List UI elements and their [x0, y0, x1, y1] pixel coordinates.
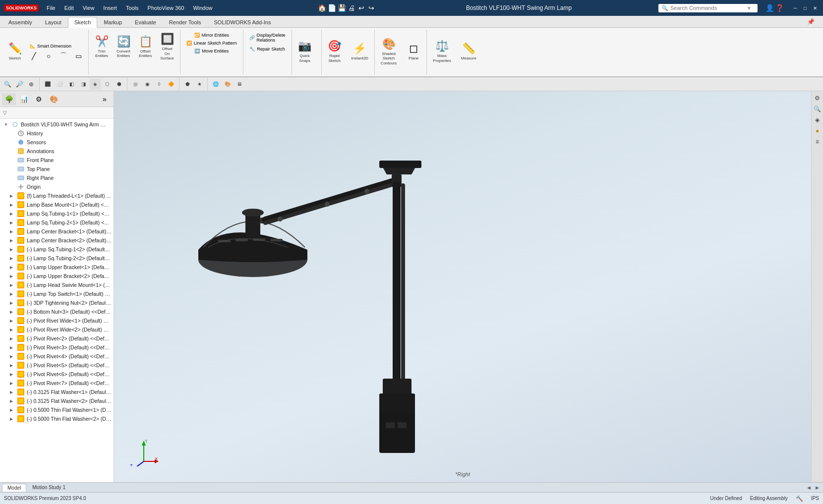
view-right-button[interactable]: ◈	[90, 79, 101, 90]
tree-item[interactable]: ▶(-) 0.5000 Thin Flat Washer<1> (Default	[0, 405, 114, 414]
tree-item[interactable]: ▶(-) Pivot Rivet<7> (Default) <<Default>	[0, 379, 114, 388]
quick-snaps-button[interactable]: 📷 QuickSnaps	[295, 39, 315, 65]
view-section-button[interactable]: ⬟	[182, 79, 193, 90]
tab-motion-study[interactable]: Motion Study 1	[27, 484, 70, 491]
right-display-icon[interactable]: ◈	[813, 115, 823, 125]
menu-view[interactable]: View	[79, 4, 99, 12]
measure-button[interactable]: 📏 Measure	[458, 41, 479, 63]
view-orient-button[interactable]: 🔍	[2, 79, 13, 90]
shaded-sketch-button[interactable]: 🎨 ShadedSketchContours	[378, 37, 400, 68]
plane-button[interactable]: ◻ Plane	[404, 41, 423, 63]
scroll-right[interactable]: ▶	[816, 485, 819, 490]
view-shaded-edges-button[interactable]: 🔶	[166, 79, 176, 90]
view-front-button[interactable]: ⬜	[54, 79, 65, 90]
view-hidden-button[interactable]: ◉	[142, 79, 153, 90]
tree-item[interactable]: ▶(-) Lamp Sq.Tubing-1<2> (Default) <<D	[0, 245, 114, 254]
tree-item[interactable]: Annotations	[0, 147, 114, 156]
view-left-button[interactable]: ◨	[78, 79, 89, 90]
line-button[interactable]: ╱	[27, 51, 41, 61]
tree-item[interactable]: ▶(-) Pivot Rivet Wide<1> (Default) <<Del	[0, 316, 114, 325]
quick-access-undo[interactable]: ↩	[357, 4, 365, 12]
scroll-left[interactable]: ◀	[807, 485, 811, 490]
tree-item[interactable]: ▶Lamp Base Mount<1> (Default) <<Defa	[0, 200, 114, 209]
tree-item[interactable]: ▶(f) Lamp Threaded-L<1> (Default) <<Di	[0, 191, 114, 200]
tree-item[interactable]: Sensors	[0, 138, 114, 147]
convert-entities-button[interactable]: 🔄 ConvertEntities	[114, 32, 133, 63]
view-zoom-button[interactable]: 🔎	[14, 79, 25, 90]
arc-button[interactable]: ⌒	[57, 51, 70, 61]
menu-insert[interactable]: Insert	[99, 4, 121, 12]
move-entities-button[interactable]: ➡️ Move Entities	[191, 48, 232, 55]
right-color-icon[interactable]: ●	[813, 126, 823, 136]
tree-item[interactable]: ▶Lamp Sq.Tubing-2<1> (Default) <<Defa	[0, 218, 114, 227]
help-icon[interactable]: ❓	[775, 4, 783, 12]
linear-pattern-button[interactable]: 🔀 Linear Sketch Pattern	[183, 40, 240, 47]
tree-item[interactable]: ▶(-) Lamp Upper Bracket<2> (Default) <	[0, 272, 114, 280]
search-dropdown-icon[interactable]: ▼	[747, 5, 752, 11]
right-layers-icon[interactable]: ≡	[813, 137, 823, 147]
tree-item[interactable]: ▶(-) 3DP Tightening Nut<2> (Default) <<	[0, 298, 114, 307]
config-tab[interactable]: ⚙	[32, 93, 46, 105]
quick-access-redo[interactable]: ↪	[367, 4, 375, 12]
view-display-button[interactable]: 🖥	[234, 79, 245, 90]
view-back-button[interactable]: ◧	[66, 79, 77, 90]
search-input[interactable]	[670, 5, 745, 11]
view-realview-button[interactable]: 🌐	[210, 79, 221, 90]
quick-access-open[interactable]: 🏠	[318, 4, 326, 12]
properties-tab[interactable]: 📊	[17, 93, 31, 105]
display-delete-relations-button[interactable]: 🔗 Display/DeleteRelations	[246, 32, 289, 44]
offset-entities-button[interactable]: 📋 OffsetEntities	[135, 32, 155, 63]
offset-surface-button[interactable]: 🔲 OffsetOnSurface	[157, 32, 177, 63]
tree-item[interactable]: Right Plane	[0, 173, 114, 182]
tree-item[interactable]: ▶(-) Pivot Rivet<2> (Default) <<Default>	[0, 334, 114, 343]
quick-access-save[interactable]: 💾	[338, 4, 346, 12]
search-box[interactable]: 🔍 ▼	[658, 4, 758, 12]
view-wireframe-button[interactable]: ◎	[130, 79, 141, 90]
repair-sketch-button[interactable]: 🔧 Repair Sketch	[246, 46, 288, 53]
tree-item[interactable]: ▶(-) Lamp Sq.Tubing-2<2> (Default) <<D	[0, 254, 114, 263]
minimize-button[interactable]: ─	[791, 4, 799, 12]
maximize-button[interactable]: □	[801, 4, 809, 12]
tree-item[interactable]: ▶(-) Pivot Rivet<6> (Default) <<Default>	[0, 370, 114, 379]
menu-tools[interactable]: Tools	[122, 4, 143, 12]
quick-access-print[interactable]: 🖨	[348, 4, 355, 12]
tree-item[interactable]: ▶(-) Bottom Nut<3> (Default) <<Default	[0, 307, 114, 316]
menu-window[interactable]: Window	[189, 4, 216, 12]
mass-properties-button[interactable]: ⚖️ MassProperties	[430, 39, 454, 65]
trim-entities-button[interactable]: ✂️ TrimEntities	[92, 32, 112, 63]
view-fit-button[interactable]: ⊕	[26, 79, 37, 90]
appearances-tab[interactable]: 🎨	[47, 93, 60, 105]
tab-assembly[interactable]: Assembly	[2, 17, 39, 27]
tree-item[interactable]: ▶(-) Lamp Upper Bracket<1> (Default) <	[0, 263, 114, 272]
expand-panel-button[interactable]: »	[98, 93, 112, 105]
tab-markup[interactable]: Markup	[97, 17, 128, 27]
tab-evaluate[interactable]: Evaluate	[128, 17, 163, 27]
circle-button[interactable]: ○	[42, 51, 56, 61]
instant2d-button[interactable]: ⚡ Instant2D	[349, 41, 371, 63]
view-appearances-button[interactable]: 🎨	[222, 79, 233, 90]
tree-item[interactable]: ▶(-) 0.5000 Thin Flat Washer<2> (Default	[0, 414, 114, 423]
tab-render-tools[interactable]: Render Tools	[163, 17, 208, 27]
menu-photoview[interactable]: PhotoView 360	[144, 4, 188, 12]
view-bottom-button[interactable]: ⬢	[114, 79, 124, 90]
tree-item[interactable]: ▶(-) 0.3125 Flat Washer<1> (Default) <<D	[0, 388, 114, 396]
pin-ribbon-button[interactable]: 📌	[801, 16, 821, 27]
tree-item[interactable]: ▶(-) Lamp Top Switch<1> (Default) <<D	[0, 289, 114, 298]
tab-sketch[interactable]: Sketch	[68, 17, 98, 28]
rapid-sketch-button[interactable]: 🎯 RapidSketch	[325, 39, 345, 65]
tree-item[interactable]: ▶Lamp Center Bracket<2> (Default) <<D	[0, 236, 114, 245]
mirror-entities-button[interactable]: 🔁 Mirror Entities	[191, 32, 233, 39]
user-icon[interactable]: 👤	[765, 4, 773, 12]
tree-item[interactable]: ▶(-) 0.3125 Flat Washer<2> (Default) <<D	[0, 396, 114, 405]
right-search-icon[interactable]: 🔍	[813, 104, 823, 114]
tree-item[interactable]: ▶Lamp Center Bracket<1> (Default) <<D	[0, 227, 114, 236]
sketch-button[interactable]: ✏️ Sketch	[5, 41, 25, 63]
tree-item[interactable]: ▶(-) Pivot Rivet<4> (Default) <<Default>	[0, 352, 114, 361]
tree-item[interactable]: ▶(-) Lamp Head Swivle Mount<1> (Defa	[0, 280, 114, 289]
viewport[interactable]: Y X Z *Right	[114, 91, 811, 482]
tree-item[interactable]: Front Plane	[0, 156, 114, 165]
close-button[interactable]: ✕	[811, 4, 819, 12]
view-iso-button[interactable]: ⬛	[42, 79, 53, 90]
tree-item[interactable]: Origin	[0, 182, 114, 191]
tab-model[interactable]: Model	[2, 484, 26, 492]
